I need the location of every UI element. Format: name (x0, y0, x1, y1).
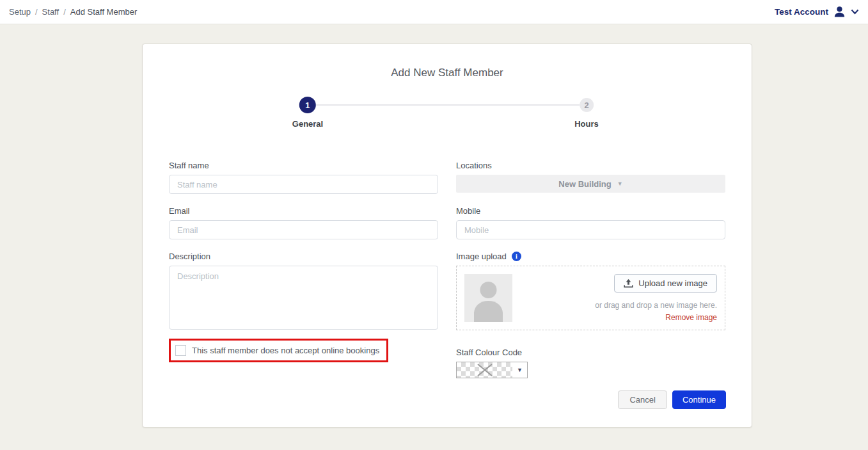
staff-form: Staff name Locations New Building ▼ Emai… (169, 161, 752, 378)
stepper-connector (316, 104, 580, 106)
cancel-button[interactable]: Cancel (618, 390, 667, 409)
breadcrumb-separator: / (35, 7, 38, 17)
breadcrumb-staff[interactable]: Staff (42, 7, 59, 17)
locations-dropdown[interactable]: New Building ▼ (456, 175, 725, 193)
breadcrumb-current-page: Add Staff Member (70, 7, 138, 17)
description-input[interactable] (169, 266, 438, 330)
stepper: 1 General 2 Hours (143, 97, 752, 138)
remove-image-link[interactable]: Remove image (665, 313, 717, 322)
page-title: Add New Staff Member (143, 67, 752, 79)
info-icon[interactable]: i (512, 252, 521, 261)
avatar-placeholder (464, 274, 512, 322)
step-2-label: Hours (574, 119, 599, 129)
account-name: Test Account (775, 7, 828, 17)
step-2-circle[interactable]: 2 (580, 98, 594, 112)
breadcrumb: Setup / Staff / Add Staff Member (9, 7, 137, 17)
breadcrumb-setup[interactable]: Setup (9, 7, 31, 17)
step-1-label: General (292, 119, 323, 129)
step-1-circle[interactable]: 1 (299, 97, 316, 113)
online-bookings-label: This staff member does not accept online… (192, 346, 379, 355)
add-staff-card: Add New Staff Member 1 General 2 Hours S… (142, 44, 752, 428)
user-icon (833, 5, 846, 19)
staff-colour-label: Staff Colour Code (456, 348, 725, 357)
description-column: Description This staff member does not a… (169, 252, 438, 378)
image-dropzone[interactable]: Upload new image or drag and drop a new … (456, 266, 725, 330)
transparent-swatch (457, 362, 512, 378)
staff-colour-dropdown[interactable]: ▼ (456, 362, 528, 378)
upload-icon (624, 279, 633, 288)
breadcrumb-separator: / (63, 7, 66, 17)
description-label: Description (169, 252, 438, 261)
upload-actions: Upload new image or drag and drop a new … (595, 274, 717, 322)
locations-selected-value: New Building (558, 179, 611, 189)
online-bookings-checkbox[interactable] (175, 345, 186, 356)
topbar: Setup / Staff / Add Staff Member Test Ac… (0, 0, 868, 24)
upload-button-label: Upload new image (638, 278, 707, 288)
email-label: Email (169, 206, 438, 216)
stepper-step-hours[interactable]: 2 Hours (574, 98, 599, 129)
image-upload-label-row: Image upload i (456, 252, 725, 261)
mobile-label: Mobile (456, 206, 725, 216)
description-field: Description (169, 252, 438, 332)
image-upload-column: Image upload i (456, 252, 725, 378)
stepper-step-general[interactable]: 1 General (292, 97, 323, 129)
form-footer: Cancel Continue (618, 390, 726, 409)
continue-button[interactable]: Continue (672, 390, 726, 409)
email-field: Email (169, 206, 438, 239)
mobile-input[interactable] (456, 220, 725, 239)
caret-down-icon: ▼ (512, 367, 527, 373)
locations-field: Locations New Building ▼ (456, 161, 725, 194)
upload-new-image-button[interactable]: Upload new image (614, 274, 717, 293)
staff-colour-field: Staff Colour Code ▼ (456, 348, 725, 378)
chevron-down-icon (851, 9, 859, 15)
staff-name-field: Staff name (169, 161, 438, 194)
online-bookings-highlight: This staff member does not accept online… (169, 339, 388, 362)
staff-name-label: Staff name (169, 161, 438, 170)
locations-label: Locations (456, 161, 725, 170)
image-upload-label: Image upload (456, 252, 507, 261)
staff-name-input[interactable] (169, 175, 438, 194)
email-input[interactable] (169, 220, 438, 239)
mobile-field: Mobile (456, 206, 725, 239)
drag-drop-hint: or drag and drop a new image here. (595, 301, 717, 310)
account-menu[interactable]: Test Account (775, 5, 859, 19)
caret-down-icon: ▼ (617, 181, 623, 187)
